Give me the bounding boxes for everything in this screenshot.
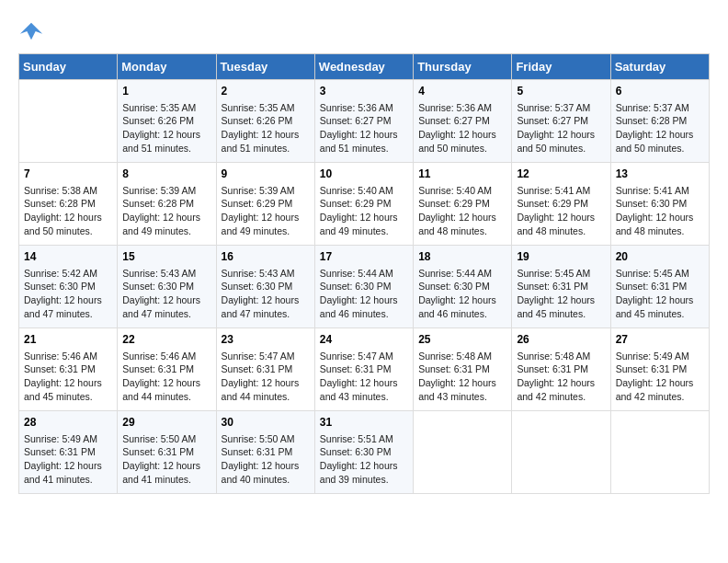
day-info: Sunrise: 5:43 AM Sunset: 6:30 PM Dayligh… [222, 267, 310, 321]
day-number: 26 [517, 332, 605, 348]
day-info: Sunrise: 5:47 AM Sunset: 6:31 PM Dayligh… [222, 350, 310, 404]
calendar-cell: 28Sunrise: 5:49 AM Sunset: 6:31 PM Dayli… [19, 411, 118, 494]
day-info: Sunrise: 5:46 AM Sunset: 6:31 PM Dayligh… [122, 350, 210, 404]
page-header [18, 18, 710, 44]
day-info: Sunrise: 5:45 AM Sunset: 6:31 PM Dayligh… [616, 267, 704, 321]
day-info: Sunrise: 5:42 AM Sunset: 6:30 PM Dayligh… [24, 267, 112, 321]
day-info: Sunrise: 5:41 AM Sunset: 6:30 PM Dayligh… [616, 184, 704, 238]
day-number: 31 [320, 415, 408, 431]
calendar-cell: 21Sunrise: 5:46 AM Sunset: 6:31 PM Dayli… [19, 328, 118, 411]
day-info: Sunrise: 5:37 AM Sunset: 6:28 PM Dayligh… [616, 101, 704, 155]
day-number: 29 [122, 415, 210, 431]
calendar-cell: 22Sunrise: 5:46 AM Sunset: 6:31 PM Dayli… [118, 328, 216, 411]
day-number: 20 [616, 249, 704, 265]
calendar-cell: 3Sunrise: 5:36 AM Sunset: 6:27 PM Daylig… [314, 80, 413, 163]
day-info: Sunrise: 5:48 AM Sunset: 6:31 PM Dayligh… [517, 350, 605, 404]
day-number: 9 [222, 167, 310, 182]
calendar-cell: 4Sunrise: 5:36 AM Sunset: 6:27 PM Daylig… [414, 80, 512, 163]
day-number: 4 [418, 84, 506, 99]
day-info: Sunrise: 5:48 AM Sunset: 6:31 PM Dayligh… [418, 350, 506, 404]
day-number: 10 [320, 167, 408, 182]
day-number: 2 [222, 84, 310, 99]
day-info: Sunrise: 5:39 AM Sunset: 6:29 PM Dayligh… [222, 184, 310, 238]
day-number: 11 [418, 167, 506, 182]
day-number: 5 [517, 84, 605, 99]
day-number: 13 [616, 167, 704, 182]
day-info: Sunrise: 5:47 AM Sunset: 6:31 PM Dayligh… [320, 350, 408, 404]
day-number: 18 [418, 249, 506, 265]
calendar-cell [512, 411, 610, 494]
day-number: 19 [517, 249, 605, 265]
calendar-cell: 13Sunrise: 5:41 AM Sunset: 6:30 PM Dayli… [610, 163, 709, 246]
day-info: Sunrise: 5:36 AM Sunset: 6:27 PM Dayligh… [418, 101, 506, 155]
calendar-cell: 27Sunrise: 5:49 AM Sunset: 6:31 PM Dayli… [610, 328, 709, 411]
calendar-cell: 23Sunrise: 5:47 AM Sunset: 6:31 PM Dayli… [216, 328, 314, 411]
day-number: 15 [122, 249, 210, 265]
calendar-cell: 10Sunrise: 5:40 AM Sunset: 6:29 PM Dayli… [314, 163, 413, 246]
day-info: Sunrise: 5:37 AM Sunset: 6:27 PM Dayligh… [517, 101, 605, 155]
svg-marker-0 [20, 23, 42, 40]
day-info: Sunrise: 5:38 AM Sunset: 6:28 PM Dayligh… [24, 184, 112, 238]
day-number: 17 [320, 249, 408, 265]
day-number: 12 [517, 167, 605, 182]
day-number: 3 [320, 84, 408, 99]
calendar-week-3: 14Sunrise: 5:42 AM Sunset: 6:30 PM Dayli… [19, 246, 710, 328]
day-number: 6 [616, 84, 704, 99]
calendar-cell: 19Sunrise: 5:45 AM Sunset: 6:31 PM Dayli… [512, 246, 610, 328]
day-number: 25 [418, 332, 506, 348]
calendar-cell: 17Sunrise: 5:44 AM Sunset: 6:30 PM Dayli… [314, 246, 413, 328]
day-number: 1 [122, 84, 210, 99]
day-info: Sunrise: 5:35 AM Sunset: 6:26 PM Dayligh… [222, 101, 310, 155]
day-number: 16 [222, 249, 310, 265]
calendar-cell: 20Sunrise: 5:45 AM Sunset: 6:31 PM Dayli… [610, 246, 709, 328]
calendar-cell: 29Sunrise: 5:50 AM Sunset: 6:31 PM Dayli… [118, 411, 216, 494]
col-header-saturday: Saturday [610, 54, 709, 80]
day-info: Sunrise: 5:44 AM Sunset: 6:30 PM Dayligh… [418, 267, 506, 321]
calendar-header-row: SundayMondayTuesdayWednesdayThursdayFrid… [19, 54, 710, 80]
calendar-cell: 18Sunrise: 5:44 AM Sunset: 6:30 PM Dayli… [414, 246, 512, 328]
calendar-cell [19, 80, 118, 163]
day-number: 8 [122, 167, 210, 182]
day-info: Sunrise: 5:50 AM Sunset: 6:31 PM Dayligh… [122, 432, 210, 487]
calendar-cell: 14Sunrise: 5:42 AM Sunset: 6:30 PM Dayli… [19, 246, 118, 328]
logo [18, 18, 48, 44]
day-info: Sunrise: 5:45 AM Sunset: 6:31 PM Dayligh… [517, 267, 605, 321]
calendar-week-5: 28Sunrise: 5:49 AM Sunset: 6:31 PM Dayli… [19, 411, 710, 494]
calendar-cell: 26Sunrise: 5:48 AM Sunset: 6:31 PM Dayli… [512, 328, 610, 411]
day-number: 14 [24, 249, 112, 265]
calendar-cell: 9Sunrise: 5:39 AM Sunset: 6:29 PM Daylig… [216, 163, 314, 246]
calendar-cell [610, 411, 709, 494]
col-header-tuesday: Tuesday [216, 54, 314, 80]
day-number: 7 [24, 167, 112, 182]
day-number: 24 [320, 332, 408, 348]
calendar-cell: 11Sunrise: 5:40 AM Sunset: 6:29 PM Dayli… [414, 163, 512, 246]
day-info: Sunrise: 5:49 AM Sunset: 6:31 PM Dayligh… [24, 432, 112, 487]
day-info: Sunrise: 5:49 AM Sunset: 6:31 PM Dayligh… [616, 350, 704, 404]
calendar-week-4: 21Sunrise: 5:46 AM Sunset: 6:31 PM Dayli… [19, 328, 710, 411]
calendar-week-2: 7Sunrise: 5:38 AM Sunset: 6:28 PM Daylig… [19, 163, 710, 246]
col-header-wednesday: Wednesday [314, 54, 413, 80]
day-info: Sunrise: 5:39 AM Sunset: 6:28 PM Dayligh… [122, 184, 210, 238]
col-header-friday: Friday [512, 54, 610, 80]
day-info: Sunrise: 5:35 AM Sunset: 6:26 PM Dayligh… [122, 101, 210, 155]
day-info: Sunrise: 5:41 AM Sunset: 6:29 PM Dayligh… [517, 184, 605, 238]
calendar-cell: 16Sunrise: 5:43 AM Sunset: 6:30 PM Dayli… [216, 246, 314, 328]
day-number: 23 [222, 332, 310, 348]
day-number: 27 [616, 332, 704, 348]
day-info: Sunrise: 5:43 AM Sunset: 6:30 PM Dayligh… [122, 267, 210, 321]
calendar-cell: 6Sunrise: 5:37 AM Sunset: 6:28 PM Daylig… [610, 80, 709, 163]
calendar-cell: 24Sunrise: 5:47 AM Sunset: 6:31 PM Dayli… [314, 328, 413, 411]
calendar-cell: 31Sunrise: 5:51 AM Sunset: 6:30 PM Dayli… [314, 411, 413, 494]
calendar-cell: 15Sunrise: 5:43 AM Sunset: 6:30 PM Dayli… [118, 246, 216, 328]
col-header-monday: Monday [118, 54, 216, 80]
day-number: 21 [24, 332, 112, 348]
calendar-cell: 1Sunrise: 5:35 AM Sunset: 6:26 PM Daylig… [118, 80, 216, 163]
calendar-cell [414, 411, 512, 494]
day-info: Sunrise: 5:50 AM Sunset: 6:31 PM Dayligh… [222, 432, 310, 487]
calendar-week-1: 1Sunrise: 5:35 AM Sunset: 6:26 PM Daylig… [19, 80, 710, 163]
col-header-sunday: Sunday [19, 54, 118, 80]
calendar-cell: 12Sunrise: 5:41 AM Sunset: 6:29 PM Dayli… [512, 163, 610, 246]
col-header-thursday: Thursday [414, 54, 512, 80]
logo-icon [18, 18, 44, 44]
calendar-cell: 25Sunrise: 5:48 AM Sunset: 6:31 PM Dayli… [414, 328, 512, 411]
